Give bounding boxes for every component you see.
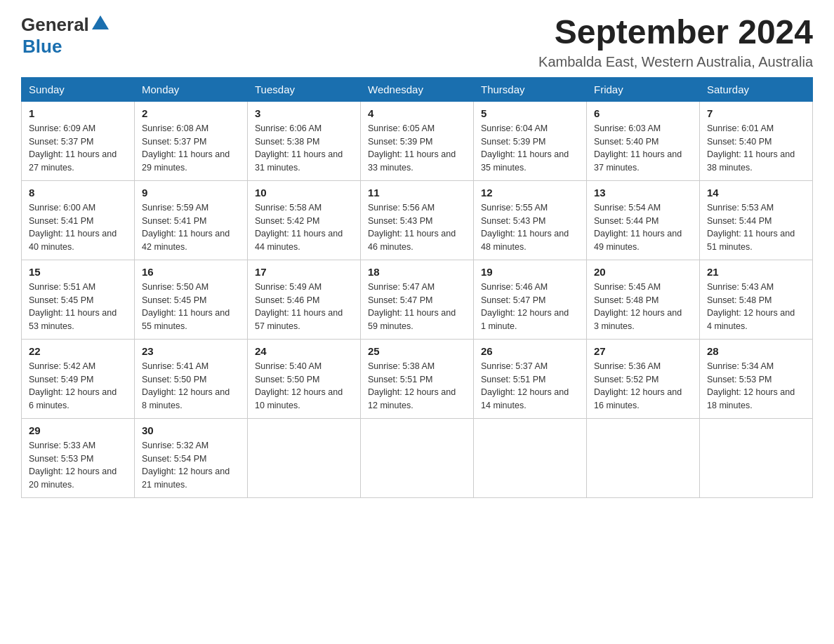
day-number: 29 [29,424,127,436]
logo-icon [91,14,110,34]
calendar-cell: 29Sunrise: 5:33 AMSunset: 5:53 PMDayligh… [22,418,135,497]
day-number: 2 [142,107,240,119]
calendar-cell: 19Sunrise: 5:46 AMSunset: 5:47 PMDayligh… [474,260,587,339]
svg-marker-0 [92,15,109,29]
calendar-week-4: 22Sunrise: 5:42 AMSunset: 5:49 PMDayligh… [22,339,813,418]
calendar-cell [361,418,474,497]
col-monday: Monday [135,77,248,101]
calendar-week-2: 8Sunrise: 6:00 AMSunset: 5:41 PMDaylight… [22,180,813,260]
calendar-cell [587,418,700,497]
day-info: Sunrise: 5:50 AMSunset: 5:45 PMDaylight:… [142,281,240,333]
calendar-cell: 24Sunrise: 5:40 AMSunset: 5:50 PMDayligh… [248,339,361,418]
calendar-subtitle: Kambalda East, Western Australia, Austra… [538,54,813,70]
calendar-cell: 28Sunrise: 5:34 AMSunset: 5:53 PMDayligh… [700,339,813,418]
col-friday: Friday [587,77,700,101]
logo-blue-text: Blue [22,36,62,57]
day-info: Sunrise: 5:46 AMSunset: 5:47 PMDaylight:… [481,281,579,333]
day-number: 20 [594,266,692,278]
calendar-cell: 20Sunrise: 5:45 AMSunset: 5:48 PMDayligh… [587,260,700,339]
col-tuesday: Tuesday [248,77,361,101]
day-info: Sunrise: 5:36 AMSunset: 5:52 PMDaylight:… [594,360,692,412]
calendar-cell: 25Sunrise: 5:38 AMSunset: 5:51 PMDayligh… [361,339,474,418]
day-number: 24 [255,345,353,357]
day-info: Sunrise: 5:41 AMSunset: 5:50 PMDaylight:… [142,360,240,412]
calendar-week-5: 29Sunrise: 5:33 AMSunset: 5:53 PMDayligh… [22,418,813,497]
calendar-cell: 7Sunrise: 6:01 AMSunset: 5:40 PMDaylight… [700,101,813,180]
day-info: Sunrise: 5:51 AMSunset: 5:45 PMDaylight:… [29,281,127,333]
day-info: Sunrise: 5:43 AMSunset: 5:48 PMDaylight:… [707,281,805,333]
calendar-cell: 12Sunrise: 5:55 AMSunset: 5:43 PMDayligh… [474,180,587,260]
day-number: 28 [707,345,805,357]
day-number: 12 [481,187,579,199]
calendar-table: Sunday Monday Tuesday Wednesday Thursday… [21,77,813,498]
calendar-cell: 13Sunrise: 5:54 AMSunset: 5:44 PMDayligh… [587,180,700,260]
day-info: Sunrise: 5:53 AMSunset: 5:44 PMDaylight:… [707,201,805,254]
calendar-cell: 4Sunrise: 6:05 AMSunset: 5:39 PMDaylight… [361,101,474,180]
day-info: Sunrise: 5:45 AMSunset: 5:48 PMDaylight:… [594,281,692,333]
logo-general-text: General [21,14,89,36]
day-info: Sunrise: 5:49 AMSunset: 5:46 PMDaylight:… [255,281,353,333]
logo: General Blue [21,14,110,58]
col-sunday: Sunday [22,77,135,101]
day-number: 5 [481,107,579,119]
calendar-cell: 21Sunrise: 5:43 AMSunset: 5:48 PMDayligh… [700,260,813,339]
calendar-cell: 22Sunrise: 5:42 AMSunset: 5:49 PMDayligh… [22,339,135,418]
day-info: Sunrise: 6:00 AMSunset: 5:41 PMDaylight:… [29,201,127,254]
day-info: Sunrise: 5:54 AMSunset: 5:44 PMDaylight:… [594,201,692,254]
day-info: Sunrise: 5:32 AMSunset: 5:54 PMDaylight:… [142,439,240,492]
day-info: Sunrise: 6:01 AMSunset: 5:40 PMDaylight:… [707,122,805,175]
day-number: 17 [255,266,353,278]
calendar-cell: 11Sunrise: 5:56 AMSunset: 5:43 PMDayligh… [361,180,474,260]
day-info: Sunrise: 5:34 AMSunset: 5:53 PMDaylight:… [707,360,805,412]
day-number: 27 [594,345,692,357]
day-info: Sunrise: 6:09 AMSunset: 5:37 PMDaylight:… [29,122,127,175]
day-number: 22 [29,345,127,357]
day-number: 18 [368,266,466,278]
day-info: Sunrise: 6:03 AMSunset: 5:40 PMDaylight:… [594,122,692,175]
calendar-cell: 27Sunrise: 5:36 AMSunset: 5:52 PMDayligh… [587,339,700,418]
calendar-cell: 18Sunrise: 5:47 AMSunset: 5:47 PMDayligh… [361,260,474,339]
day-number: 25 [368,345,466,357]
day-info: Sunrise: 5:47 AMSunset: 5:47 PMDaylight:… [368,281,466,333]
calendar-cell: 3Sunrise: 6:06 AMSunset: 5:38 PMDaylight… [248,101,361,180]
day-number: 14 [707,187,805,199]
day-number: 8 [29,187,127,199]
day-number: 21 [707,266,805,278]
day-number: 30 [142,424,240,436]
calendar-cell: 1Sunrise: 6:09 AMSunset: 5:37 PMDaylight… [22,101,135,180]
calendar-cell: 17Sunrise: 5:49 AMSunset: 5:46 PMDayligh… [248,260,361,339]
day-info: Sunrise: 5:33 AMSunset: 5:53 PMDaylight:… [29,439,127,492]
day-number: 15 [29,266,127,278]
calendar-cell: 23Sunrise: 5:41 AMSunset: 5:50 PMDayligh… [135,339,248,418]
day-number: 3 [255,107,353,119]
day-info: Sunrise: 5:40 AMSunset: 5:50 PMDaylight:… [255,360,353,412]
col-saturday: Saturday [700,77,813,101]
calendar-week-1: 1Sunrise: 6:09 AMSunset: 5:37 PMDaylight… [22,101,813,180]
day-info: Sunrise: 5:59 AMSunset: 5:41 PMDaylight:… [142,201,240,254]
calendar-cell: 26Sunrise: 5:37 AMSunset: 5:51 PMDayligh… [474,339,587,418]
col-wednesday: Wednesday [361,77,474,101]
day-info: Sunrise: 6:04 AMSunset: 5:39 PMDaylight:… [481,122,579,175]
day-info: Sunrise: 5:55 AMSunset: 5:43 PMDaylight:… [481,201,579,254]
day-info: Sunrise: 5:38 AMSunset: 5:51 PMDaylight:… [368,360,466,412]
day-number: 23 [142,345,240,357]
day-info: Sunrise: 5:37 AMSunset: 5:51 PMDaylight:… [481,360,579,412]
calendar-header-row: Sunday Monday Tuesday Wednesday Thursday… [22,77,813,101]
day-number: 19 [481,266,579,278]
day-info: Sunrise: 6:05 AMSunset: 5:39 PMDaylight:… [368,122,466,175]
col-thursday: Thursday [474,77,587,101]
day-number: 1 [29,107,127,119]
day-number: 11 [368,187,466,199]
day-number: 9 [142,187,240,199]
calendar-week-3: 15Sunrise: 5:51 AMSunset: 5:45 PMDayligh… [22,260,813,339]
day-number: 26 [481,345,579,357]
calendar-cell: 2Sunrise: 6:08 AMSunset: 5:37 PMDaylight… [135,101,248,180]
day-number: 13 [594,187,692,199]
calendar-cell: 16Sunrise: 5:50 AMSunset: 5:45 PMDayligh… [135,260,248,339]
calendar-cell: 30Sunrise: 5:32 AMSunset: 5:54 PMDayligh… [135,418,248,497]
calendar-title-area: September 2024 Kambalda East, Western Au… [538,14,813,70]
day-number: 4 [368,107,466,119]
calendar-cell: 6Sunrise: 6:03 AMSunset: 5:40 PMDaylight… [587,101,700,180]
day-info: Sunrise: 5:56 AMSunset: 5:43 PMDaylight:… [368,201,466,254]
calendar-cell: 9Sunrise: 5:59 AMSunset: 5:41 PMDaylight… [135,180,248,260]
